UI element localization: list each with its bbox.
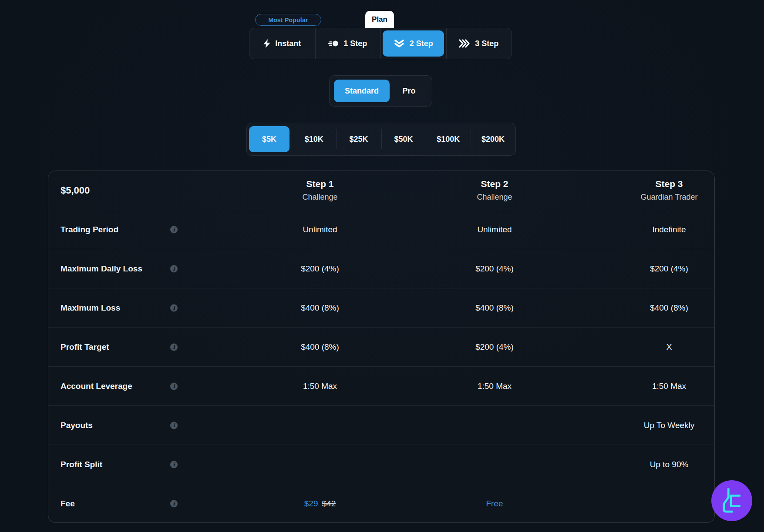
table-row-fee: Fee $29$42 Free xyxy=(48,484,714,523)
row-label-text: Fee xyxy=(61,499,75,509)
table-row-trading-period: Trading Period Unlimited Unlimited Indef… xyxy=(48,210,714,249)
table-row-profit-split: Profit Split Up to 90% xyxy=(48,445,714,484)
size-option-200k[interactable]: $200K xyxy=(471,123,515,155)
info-icon[interactable] xyxy=(170,422,178,429)
cell-value: $400 (8%) xyxy=(448,303,541,313)
info-icon[interactable] xyxy=(170,343,178,351)
plan-option-label: Instant xyxy=(275,39,301,48)
comet-icon xyxy=(328,40,339,47)
column-subtitle: Challenge xyxy=(477,193,512,202)
row-label-text: Trading Period xyxy=(61,225,118,234)
size-option-25k[interactable]: $25K xyxy=(337,123,381,155)
row-label-text: Account Leverage xyxy=(61,381,132,391)
plan-option-instant[interactable]: Instant xyxy=(249,28,315,59)
table-row-max-loss: Maximum Loss $400 (8%) $400 (8%) $400 (8… xyxy=(48,288,714,328)
row-label: Profit Split xyxy=(48,445,192,484)
column-title: Step 2 xyxy=(481,179,508,189)
info-icon[interactable] xyxy=(170,304,178,311)
cell-value: $200 (4%) xyxy=(448,264,541,274)
info-icon[interactable] xyxy=(170,461,178,468)
cell-value: $400 (8%) xyxy=(274,303,366,313)
row-label: Trading Period xyxy=(48,210,192,249)
size-option-50k[interactable]: $50K xyxy=(381,123,426,155)
divider xyxy=(426,129,426,149)
tier-toggle: Standard Pro xyxy=(329,75,432,107)
cell-value: $400 (8%) xyxy=(274,342,366,352)
plan-option-label: 1 Step xyxy=(343,39,367,48)
fee-current-price: $29 xyxy=(304,499,318,508)
column-header-step3: Step 3 Guardian Trader xyxy=(623,179,715,202)
cell-value: Up to 90% xyxy=(623,460,715,469)
table-row-account-leverage: Account Leverage 1:50 Max 1:50 Max 1:50 … xyxy=(48,367,714,406)
plan-option-2step[interactable]: 2 Step xyxy=(383,30,444,57)
cell-value: Up To Weekly xyxy=(623,421,715,430)
table-row-payouts: Payouts Up To Weekly xyxy=(48,406,714,445)
table-header-row: $5,000 Step 1 Challenge Step 2 Challenge… xyxy=(48,171,714,210)
fee-step1-cell: $29$42 xyxy=(274,499,366,509)
tier-option-standard[interactable]: Standard xyxy=(334,80,390,102)
info-icon[interactable] xyxy=(170,265,178,272)
tier-option-pro[interactable]: Pro xyxy=(390,80,428,102)
brand-logo[interactable] xyxy=(711,480,752,521)
row-label: Maximum Loss xyxy=(48,288,192,327)
most-popular-badge: Most Popular xyxy=(255,14,321,26)
size-option-100k[interactable]: $100K xyxy=(426,123,471,155)
row-label: Maximum Daily Loss xyxy=(48,249,192,288)
cell-value: $200 (4%) xyxy=(448,342,541,352)
cell-value: Indefinite xyxy=(623,225,715,234)
account-size-selector: $5K $10K $25K $50K $100K $200K xyxy=(246,123,516,156)
plan-option-label: 2 Step xyxy=(410,39,433,48)
size-option-10k[interactable]: $10K xyxy=(292,123,337,155)
column-title: Step 1 xyxy=(306,179,333,189)
double-chevron-down-icon xyxy=(394,39,405,48)
info-icon[interactable] xyxy=(170,226,178,233)
divider xyxy=(337,129,337,149)
cell-value: Unlimited xyxy=(448,225,541,234)
row-label-text: Maximum Loss xyxy=(61,303,120,313)
cell-value: $400 (8%) xyxy=(623,303,715,313)
table-row-max-daily-loss: Maximum Daily Loss $200 (4%) $200 (4%) $… xyxy=(48,249,714,288)
fee-original-price: $42 xyxy=(322,499,336,508)
column-subtitle: Guardian Trader xyxy=(640,193,697,202)
cell-value: 1:50 Max xyxy=(274,381,366,391)
column-subtitle: Challenge xyxy=(302,193,337,202)
plan-option-label: 3 Step xyxy=(475,39,498,48)
row-label: Fee xyxy=(48,484,192,523)
account-balance-label: $5,000 xyxy=(48,185,192,196)
column-title: Step 3 xyxy=(655,179,683,189)
row-label: Account Leverage xyxy=(48,367,192,405)
plan-comparison-table: $5,000 Step 1 Challenge Step 2 Challenge… xyxy=(48,171,715,523)
cell-value: $200 (4%) xyxy=(623,264,715,274)
divider xyxy=(292,129,292,149)
divider xyxy=(446,28,447,59)
row-label-text: Maximum Daily Loss xyxy=(61,264,142,274)
cell-value: $200 (4%) xyxy=(274,264,366,274)
column-header-step2: Step 2 Challenge xyxy=(448,179,541,202)
lightning-icon xyxy=(263,39,270,48)
triple-chevron-right-icon xyxy=(459,39,470,48)
divider xyxy=(380,28,381,59)
divider xyxy=(315,28,316,59)
row-label: Profit Target xyxy=(48,328,192,366)
cell-value: 1:50 Max xyxy=(448,381,541,391)
info-icon[interactable] xyxy=(170,382,178,390)
cell-value: X xyxy=(623,342,715,352)
divider xyxy=(471,129,471,149)
cell-value: Unlimited xyxy=(274,225,366,234)
info-icon[interactable] xyxy=(170,500,178,507)
divider xyxy=(381,129,382,149)
brand-logo-icon xyxy=(720,487,743,514)
fee-step2-cell: Free xyxy=(448,499,541,509)
plan-option-1step[interactable]: 1 Step xyxy=(315,28,381,59)
row-label: Payouts xyxy=(48,406,192,445)
plan-option-3step[interactable]: 3 Step xyxy=(446,28,512,59)
row-label-text: Payouts xyxy=(61,421,93,430)
row-label-text: Profit Split xyxy=(61,460,102,469)
plan-selector: Instant 1 Step 2 Step xyxy=(249,28,512,59)
cell-value: 1:50 Max xyxy=(623,381,715,391)
table-row-profit-target: Profit Target $400 (8%) $200 (4%) X xyxy=(48,328,714,367)
column-header-step1: Step 1 Challenge xyxy=(274,179,366,202)
row-label-text: Profit Target xyxy=(61,342,109,352)
size-option-5k[interactable]: $5K xyxy=(249,126,289,152)
plan-tab[interactable]: Plan xyxy=(365,11,394,28)
